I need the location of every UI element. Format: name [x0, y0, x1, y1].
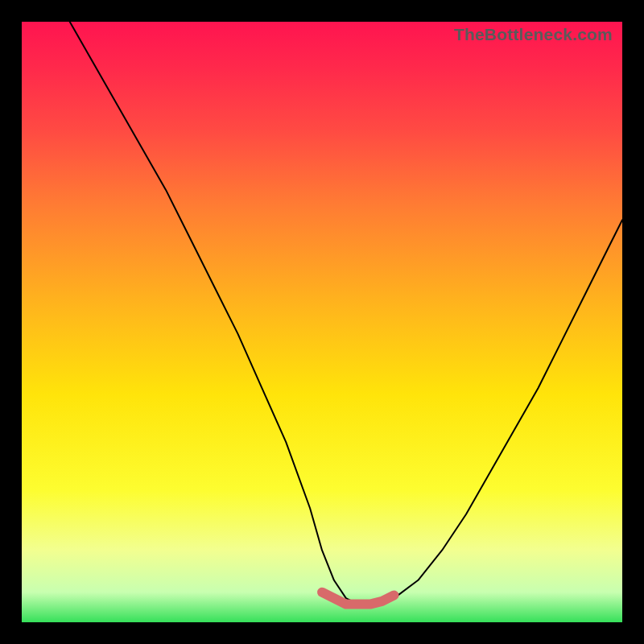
plot-area: TheBottleneck.com [22, 22, 622, 622]
watermark: TheBottleneck.com [454, 25, 613, 44]
highlight-segment [322, 592, 394, 605]
curve [70, 22, 622, 605]
curve-layer [22, 22, 622, 622]
chart-frame: TheBottleneck.com [0, 0, 644, 644]
